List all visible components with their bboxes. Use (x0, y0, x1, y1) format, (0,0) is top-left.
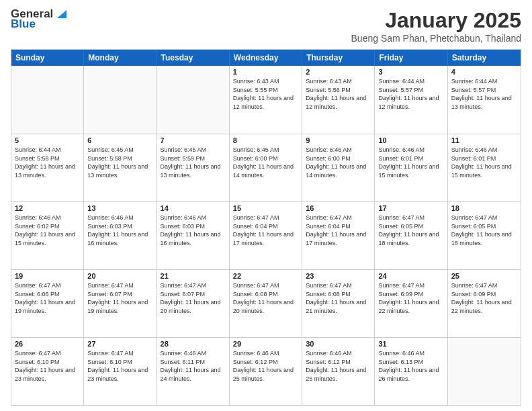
day-number: 7 (161, 136, 226, 144)
cell-sun-info: Sunrise: 6:47 AM Sunset: 6:04 PM Dayligh… (233, 214, 298, 247)
day-number: 24 (378, 272, 443, 280)
day-cell-31: 31Sunrise: 6:46 AM Sunset: 6:13 PM Dayli… (375, 338, 447, 405)
cell-sun-info: Sunrise: 6:44 AM Sunset: 5:57 PM Dayligh… (378, 77, 443, 111)
day-number: 20 (87, 272, 152, 280)
weekday-header-wednesday: Wednesday (230, 50, 302, 66)
day-cell-1: 1Sunrise: 6:43 AM Sunset: 5:55 PM Daylig… (230, 66, 302, 134)
day-cell-4: 4Sunrise: 6:44 AM Sunset: 5:57 PM Daylig… (448, 66, 521, 134)
logo-triangle-icon (54, 7, 66, 19)
empty-cell-0-2 (157, 66, 230, 134)
day-number: 10 (378, 136, 443, 144)
cell-sun-info: Sunrise: 6:45 AM Sunset: 6:00 PM Dayligh… (233, 146, 298, 179)
day-cell-19: 19Sunrise: 6:47 AM Sunset: 6:06 PM Dayli… (11, 270, 84, 337)
day-cell-16: 16Sunrise: 6:47 AM Sunset: 6:04 PM Dayli… (302, 202, 375, 269)
svg-marker-0 (57, 10, 66, 18)
day-cell-9: 9Sunrise: 6:46 AM Sunset: 6:00 PM Daylig… (302, 134, 375, 201)
weekday-header-monday: Monday (84, 50, 157, 66)
day-number: 14 (161, 204, 226, 212)
cell-sun-info: Sunrise: 6:47 AM Sunset: 6:05 PM Dayligh… (378, 214, 443, 247)
cell-sun-info: Sunrise: 6:47 AM Sunset: 6:09 PM Dayligh… (378, 281, 443, 315)
day-cell-28: 28Sunrise: 6:46 AM Sunset: 6:11 PM Dayli… (157, 338, 230, 405)
day-number: 4 (451, 68, 517, 76)
cell-sun-info: Sunrise: 6:47 AM Sunset: 6:04 PM Dayligh… (306, 214, 371, 247)
day-number: 8 (233, 136, 298, 144)
cell-sun-info: Sunrise: 6:46 AM Sunset: 6:11 PM Dayligh… (161, 349, 226, 383)
day-number: 3 (378, 68, 443, 76)
day-cell-18: 18Sunrise: 6:47 AM Sunset: 6:05 PM Dayli… (448, 202, 521, 269)
day-number: 25 (451, 272, 517, 280)
logo: General Blue (11, 8, 66, 30)
day-cell-26: 26Sunrise: 6:47 AM Sunset: 6:10 PM Dayli… (11, 338, 84, 405)
day-number: 11 (451, 136, 517, 144)
weekday-header-friday: Friday (375, 50, 447, 66)
day-number: 1 (233, 68, 298, 76)
cell-sun-info: Sunrise: 6:47 AM Sunset: 6:05 PM Dayligh… (451, 214, 517, 247)
day-cell-13: 13Sunrise: 6:46 AM Sunset: 6:03 PM Dayli… (84, 202, 157, 269)
cell-sun-info: Sunrise: 6:44 AM Sunset: 5:57 PM Dayligh… (451, 77, 517, 111)
weekday-header-saturday: Saturday (448, 50, 521, 66)
day-number: 22 (233, 272, 298, 280)
weekday-header-sunday: Sunday (11, 50, 84, 66)
cell-sun-info: Sunrise: 6:43 AM Sunset: 5:56 PM Dayligh… (306, 77, 371, 111)
day-number: 31 (378, 340, 443, 348)
day-number: 29 (233, 340, 298, 348)
day-cell-24: 24Sunrise: 6:47 AM Sunset: 6:09 PM Dayli… (375, 270, 447, 337)
day-cell-11: 11Sunrise: 6:46 AM Sunset: 6:01 PM Dayli… (448, 134, 521, 201)
cell-sun-info: Sunrise: 6:47 AM Sunset: 6:08 PM Dayligh… (306, 281, 371, 315)
day-cell-17: 17Sunrise: 6:47 AM Sunset: 6:05 PM Dayli… (375, 202, 447, 269)
day-number: 26 (15, 340, 80, 348)
day-number: 15 (233, 204, 298, 212)
day-cell-20: 20Sunrise: 6:47 AM Sunset: 6:07 PM Dayli… (84, 270, 157, 337)
day-number: 16 (306, 204, 371, 212)
day-cell-27: 27Sunrise: 6:47 AM Sunset: 6:10 PM Dayli… (84, 338, 157, 405)
day-cell-29: 29Sunrise: 6:46 AM Sunset: 6:12 PM Dayli… (230, 338, 302, 405)
day-cell-6: 6Sunrise: 6:45 AM Sunset: 5:58 PM Daylig… (84, 134, 157, 201)
weekday-header-tuesday: Tuesday (157, 50, 230, 66)
day-number: 19 (15, 272, 80, 280)
day-cell-7: 7Sunrise: 6:45 AM Sunset: 5:59 PM Daylig… (157, 134, 230, 201)
calendar-row-1: 1Sunrise: 6:43 AM Sunset: 5:55 PM Daylig… (11, 66, 521, 134)
day-number: 6 (87, 136, 152, 144)
cell-sun-info: Sunrise: 6:46 AM Sunset: 6:02 PM Dayligh… (15, 214, 80, 247)
calendar: SundayMondayTuesdayWednesdayThursdayFrid… (11, 49, 521, 406)
cell-sun-info: Sunrise: 6:46 AM Sunset: 6:00 PM Dayligh… (306, 146, 371, 179)
calendar-row-5: 26Sunrise: 6:47 AM Sunset: 6:10 PM Dayli… (11, 337, 521, 405)
calendar-row-3: 12Sunrise: 6:46 AM Sunset: 6:02 PM Dayli… (11, 201, 521, 269)
day-cell-25: 25Sunrise: 6:47 AM Sunset: 6:09 PM Dayli… (448, 270, 521, 337)
day-number: 12 (15, 204, 80, 212)
day-number: 9 (306, 136, 371, 144)
header: General Blue January 2025 Bueng Sam Phan… (11, 8, 521, 44)
cell-sun-info: Sunrise: 6:46 AM Sunset: 6:12 PM Dayligh… (233, 349, 298, 383)
day-cell-2: 2Sunrise: 6:43 AM Sunset: 5:56 PM Daylig… (302, 66, 375, 134)
cell-sun-info: Sunrise: 6:47 AM Sunset: 6:06 PM Dayligh… (15, 281, 80, 315)
day-number: 23 (306, 272, 371, 280)
page: General Blue January 2025 Bueng Sam Phan… (0, 0, 532, 411)
cell-sun-info: Sunrise: 6:47 AM Sunset: 6:10 PM Dayligh… (15, 349, 80, 383)
empty-cell-0-1 (84, 66, 157, 134)
month-title: January 2025 (351, 8, 521, 33)
day-cell-10: 10Sunrise: 6:46 AM Sunset: 6:01 PM Dayli… (375, 134, 447, 201)
empty-cell-4-6 (448, 338, 521, 405)
cell-sun-info: Sunrise: 6:45 AM Sunset: 5:58 PM Dayligh… (87, 146, 152, 179)
day-cell-23: 23Sunrise: 6:47 AM Sunset: 6:08 PM Dayli… (302, 270, 375, 337)
day-cell-22: 22Sunrise: 6:47 AM Sunset: 6:08 PM Dayli… (230, 270, 302, 337)
day-number: 21 (161, 272, 226, 280)
calendar-body: 1Sunrise: 6:43 AM Sunset: 5:55 PM Daylig… (11, 66, 521, 405)
cell-sun-info: Sunrise: 6:46 AM Sunset: 6:03 PM Dayligh… (87, 214, 152, 247)
cell-sun-info: Sunrise: 6:46 AM Sunset: 6:01 PM Dayligh… (451, 146, 517, 179)
calendar-header: SundayMondayTuesdayWednesdayThursdayFrid… (11, 50, 521, 66)
day-cell-15: 15Sunrise: 6:47 AM Sunset: 6:04 PM Dayli… (230, 202, 302, 269)
day-number: 5 (15, 136, 80, 144)
empty-cell-0-0 (11, 66, 84, 134)
cell-sun-info: Sunrise: 6:43 AM Sunset: 5:55 PM Dayligh… (233, 77, 298, 111)
cell-sun-info: Sunrise: 6:47 AM Sunset: 6:09 PM Dayligh… (451, 281, 517, 315)
day-cell-8: 8Sunrise: 6:45 AM Sunset: 6:00 PM Daylig… (230, 134, 302, 201)
day-cell-5: 5Sunrise: 6:44 AM Sunset: 5:58 PM Daylig… (11, 134, 84, 201)
day-number: 17 (378, 204, 443, 212)
cell-sun-info: Sunrise: 6:46 AM Sunset: 6:01 PM Dayligh… (378, 146, 443, 179)
cell-sun-info: Sunrise: 6:46 AM Sunset: 6:03 PM Dayligh… (161, 214, 226, 247)
cell-sun-info: Sunrise: 6:47 AM Sunset: 6:08 PM Dayligh… (233, 281, 298, 315)
cell-sun-info: Sunrise: 6:46 AM Sunset: 6:13 PM Dayligh… (378, 349, 443, 383)
calendar-row-4: 19Sunrise: 6:47 AM Sunset: 6:06 PM Dayli… (11, 269, 521, 337)
day-cell-30: 30Sunrise: 6:46 AM Sunset: 6:12 PM Dayli… (302, 338, 375, 405)
